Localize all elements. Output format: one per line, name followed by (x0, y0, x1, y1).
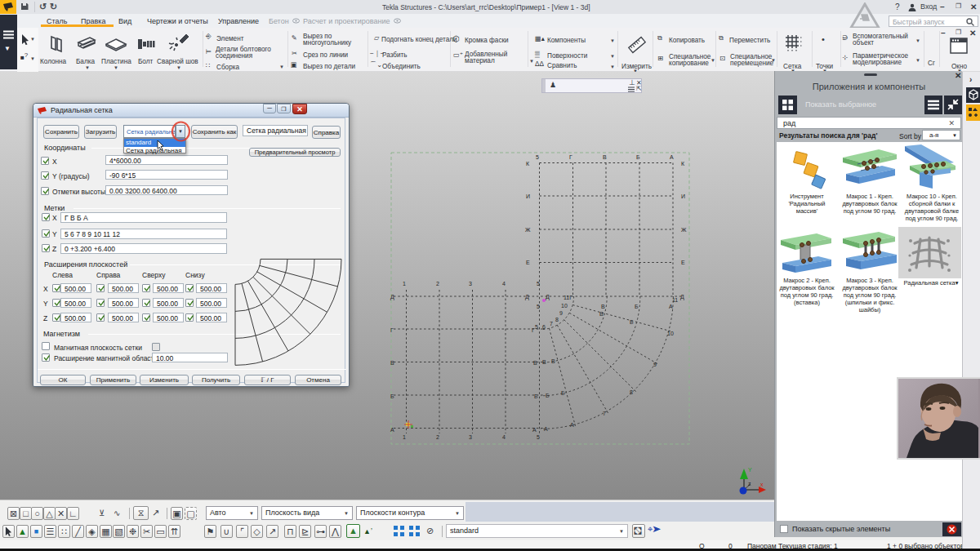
svg-text:2: 2 (436, 434, 439, 440)
svg-text:7: 7 (603, 411, 606, 416)
svg-text:Г: Г (390, 327, 394, 333)
svg-text:8: 8 (630, 389, 633, 395)
svg-text:В: В (603, 154, 607, 160)
svg-text:К: К (526, 161, 530, 167)
svg-text:5: 5 (537, 434, 540, 440)
svg-text:А: А (544, 426, 548, 432)
svg-text:Б: Б (546, 393, 550, 398)
svg-text:6: 6 (542, 324, 546, 330)
svg-text:В: В (601, 304, 605, 309)
svg-text:А: А (669, 304, 673, 309)
svg-text:10: 10 (667, 331, 674, 336)
svg-text:Д: Д (680, 294, 684, 300)
svg-text:Ж: Ж (525, 227, 531, 233)
svg-text:Б: Б (635, 304, 639, 309)
svg-text:3: 3 (469, 281, 472, 287)
svg-text:9: 9 (653, 362, 657, 367)
svg-text:8: 8 (555, 317, 559, 322)
svg-text:И: И (526, 193, 530, 199)
svg-text:В: В (551, 358, 555, 364)
svg-text:5: 5 (536, 154, 539, 160)
svg-text:Б: Б (636, 154, 640, 160)
svg-text:1: 1 (403, 281, 406, 287)
svg-text:А: А (670, 154, 674, 160)
svg-text:3: 3 (469, 434, 472, 440)
svg-text:И: И (681, 193, 685, 199)
svg-text:1: 1 (403, 434, 406, 440)
svg-text:Ж: Ж (681, 227, 687, 233)
svg-text:11Г: 11Г (564, 295, 572, 300)
svg-text:Y: Y (748, 467, 752, 473)
svg-text:10: 10 (561, 303, 568, 309)
svg-text:4: 4 (502, 434, 506, 440)
svg-text:5: 5 (535, 324, 538, 330)
svg-text:Е: Е (526, 260, 530, 265)
svg-text:А: А (390, 427, 394, 433)
svg-text:5: 5 (537, 304, 540, 309)
svg-text:2: 2 (436, 281, 439, 287)
svg-text:z: z (748, 481, 751, 487)
svg-text:В: В (542, 359, 546, 365)
svg-text:Б: Б (534, 393, 538, 399)
svg-text:x: x (760, 482, 764, 487)
svg-text:Д: Д (546, 294, 550, 300)
svg-text:9: 9 (559, 310, 563, 316)
svg-text:4: 4 (502, 281, 506, 287)
svg-text:В: В (533, 360, 537, 366)
svg-text:Г: Г (569, 154, 572, 160)
svg-text:Б: Б (561, 390, 565, 396)
svg-text:А: А (570, 422, 574, 428)
svg-text:Е: Е (681, 260, 685, 265)
svg-text:Д: Д (390, 294, 394, 300)
svg-text:Д: Д (525, 294, 529, 300)
svg-text:К: К (681, 161, 685, 167)
svg-text:11: 11 (672, 297, 678, 303)
svg-text:В: В (599, 311, 604, 317)
svg-text:Б: Б (630, 319, 634, 325)
svg-text:5: 5 (537, 281, 540, 287)
svg-text:Б: Б (390, 393, 394, 399)
svg-text:А: А (532, 427, 537, 433)
svg-text:В: В (390, 360, 394, 366)
svg-text:7: 7 (550, 321, 553, 327)
